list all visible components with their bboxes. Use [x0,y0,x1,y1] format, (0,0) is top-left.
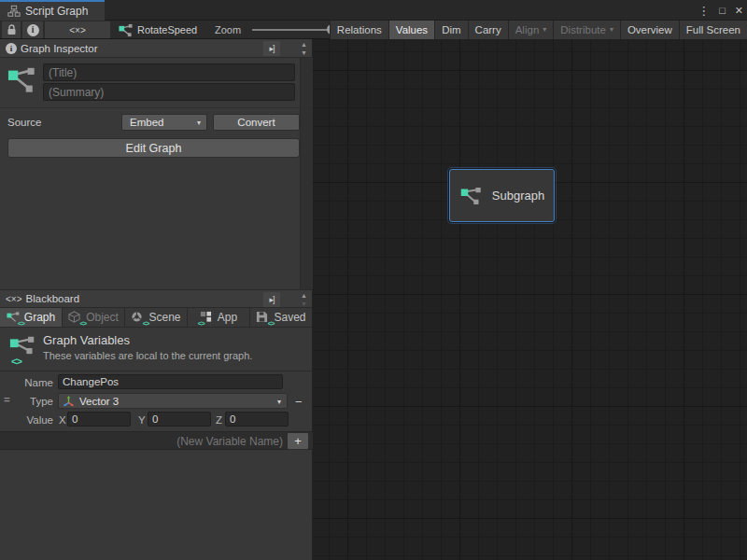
tab-scene[interactable]: <> Scene [124,308,187,327]
relations-button[interactable]: Relations [330,21,388,39]
lock-icon [7,24,17,35]
distribute-dropdown[interactable]: Distribute ▾ [553,21,620,39]
dock-icon[interactable]: ▸] [263,292,280,307]
scroll-down-icon[interactable]: ▼ [301,49,307,57]
chevron-down-icon: ▾ [197,119,201,127]
type-value: Vector 3 [79,396,119,407]
blackboard-header: <×> Blackboard ▸] ▲ ▼ [0,289,313,308]
inspect-button[interactable]: i [22,21,43,38]
tab-script-graph[interactable]: Script Graph [0,0,105,21]
scroll-down-icon[interactable]: ▼ [301,300,307,308]
script-graph-icon [7,5,21,18]
variable-row: = Name Type Vector 3 ▾ − Value X Y Z [0,371,313,431]
app-icon: <> [200,311,214,325]
code-view-button[interactable]: <×> [45,21,110,38]
values-button[interactable]: Values [388,21,434,39]
z-label: Z [216,414,222,426]
graph-inspector-title: Graph Inspector [21,43,97,54]
subgraph-node[interactable]: Subgraph [449,169,555,222]
convert-button[interactable]: Convert [213,114,300,131]
name-label: Name [2,377,53,388]
zoom-label: Zoom [215,24,241,35]
code-icon: <×> [69,25,86,35]
graph-canvas[interactable]: Subgraph [313,39,747,560]
save-icon: <> [256,311,270,325]
breadcrumb[interactable]: RotateSpeed [119,21,197,39]
full-screen-button[interactable]: Full Screen [679,21,747,39]
source-dropdown[interactable]: Embed ▾ [121,114,207,131]
vector3-icon [63,395,75,407]
zoom-slider[interactable] [252,21,336,39]
graph-icon [7,65,35,93]
graph-inspector-header: i Graph Inspector ▸] ▲ ▼ [0,39,313,58]
info-icon: i [6,43,17,54]
graph-variables-icon: <> [9,335,35,361]
tab-label: Script Graph [25,5,88,18]
remove-variable-button[interactable]: − [295,395,303,409]
chevron-down-icon: ▾ [610,26,613,34]
close-icon[interactable]: ✕ [735,5,743,17]
y-value-input[interactable] [148,412,211,427]
window-controls: ⋮ □ ✕ [698,0,743,21]
value-label: Value [2,414,53,426]
unity-script-graph-window: Script Graph ⋮ □ ✕ i <×> [0,0,747,560]
breadcrumb-label: RotateSpeed [137,24,197,35]
edit-graph-button[interactable]: Edit Graph [7,138,300,158]
source-value: Embed [130,117,163,128]
overview-button[interactable]: Overview [620,21,679,39]
toolbar-toggles: Relations Values Dim Carry Align ▾ Distr… [330,21,747,39]
window-tab-bar: Script Graph ⋮ □ ✕ [0,0,747,21]
scroll-up-icon[interactable]: ▲ [301,40,307,49]
subgraph-icon [459,185,484,207]
new-variable-row: + [0,431,313,450]
menu-icon[interactable]: ⋮ [698,4,710,18]
z-value-input[interactable] [225,412,289,427]
blackboard-tabs: <> Graph <> Object <> Scene [0,308,313,328]
scene-icon: <> [131,311,145,325]
tab-object[interactable]: <> Object [62,308,124,327]
lock-button[interactable] [2,21,21,38]
tab-saved[interactable]: <> Saved [249,308,312,327]
variable-name-input[interactable] [58,374,283,389]
carry-button[interactable]: Carry [468,21,508,39]
summary-input[interactable] [43,83,295,101]
add-variable-button[interactable]: + [287,432,309,450]
zoom-slider-track [252,29,336,31]
blackboard-title: Blackboard [26,293,80,304]
scroll-up-icon[interactable]: ▲ [301,291,307,300]
scroll-spinner: ▲ ▼ [298,40,310,57]
blackboard-body: <> Graph Variables These variables are l… [0,328,313,560]
align-dropdown[interactable]: Align ▾ [508,21,554,39]
cube-icon: <> [68,311,82,325]
dim-button[interactable]: Dim [434,21,467,39]
dock-icon[interactable]: ▸] [263,41,280,56]
y-label: Y [138,414,146,426]
type-dropdown[interactable]: Vector 3 ▾ [58,393,288,409]
x-value-input[interactable] [67,412,131,427]
inspector-scrollbar[interactable] [300,58,313,289]
section-description: These variables are local to the current… [43,350,252,361]
subgraph-node-label: Subgraph [492,189,544,203]
graph-inspector-body: Source Embed ▾ Convert Edit Graph [0,58,313,289]
graph-asset-icon [119,23,133,37]
type-label: Type [2,396,53,407]
graph-toolbar: i <×> RotateSpeed Zoom 1x Relations Valu… [0,21,747,39]
source-label: Source [7,117,41,128]
chevron-down-icon: ▾ [543,26,546,34]
blackboard-icon: <×> [6,294,22,304]
title-input[interactable] [43,63,295,81]
maximize-icon[interactable]: □ [719,5,726,16]
tab-graph[interactable]: <> Graph [0,308,62,327]
info-icon: i [27,24,39,36]
scroll-spinner: ▲ ▼ [298,291,310,308]
section-title: Graph Variables [43,333,130,347]
graph-icon: <> [7,311,21,325]
tab-app[interactable]: <> App [187,308,249,327]
x-label: X [59,414,66,426]
chevron-down-icon: ▾ [277,397,281,405]
new-variable-input[interactable] [7,433,283,449]
